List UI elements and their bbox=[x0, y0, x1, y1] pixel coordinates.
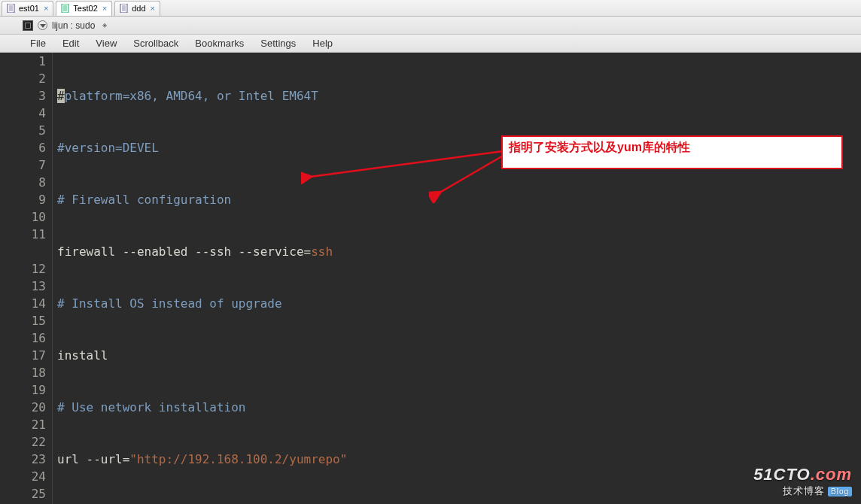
code-text: "http://192.168.100.2/yumrepo" bbox=[129, 452, 347, 466]
line-number: 3 bbox=[0, 87, 46, 105]
line-number: 20 bbox=[0, 399, 46, 416]
code-row: #platform=x86, AMD64, or Intel EM64T bbox=[57, 87, 861, 105]
line-number: 9 bbox=[0, 191, 46, 208]
expand-icon[interactable]: ◈ bbox=[102, 22, 107, 29]
file-tab-test02[interactable]: Test02 × bbox=[56, 1, 112, 16]
svg-line-4 bbox=[440, 155, 504, 193]
menu-help[interactable]: Help bbox=[305, 36, 340, 50]
line-number: 13 bbox=[0, 278, 46, 295]
file-tab-label: ddd bbox=[132, 4, 145, 13]
line-number: 25 bbox=[0, 485, 46, 502]
line-number: 5 bbox=[0, 122, 46, 139]
line-number-gutter: 1 2 3 4 5 6 7 8 9 10 11 12 13 14 15 16 1… bbox=[0, 53, 53, 504]
line-number: 22 bbox=[0, 433, 46, 451]
code-text: ssh bbox=[311, 244, 333, 259]
file-tab-est01[interactable]: est01 × bbox=[2, 1, 53, 16]
line-number: 8 bbox=[0, 174, 46, 191]
menu-bookmarks[interactable]: Bookmarks bbox=[187, 36, 251, 50]
window-title-strip: lijun : sudo ◈ bbox=[0, 17, 861, 35]
annotation-callout: 指明了安装方式以及yum库的特性 bbox=[501, 135, 843, 169]
line-number: 21 bbox=[0, 416, 46, 433]
line-number: 19 bbox=[0, 381, 46, 399]
menubar: File Edit View Scrollback Bookmarks Sett… bbox=[0, 35, 861, 53]
line-number: 11 bbox=[0, 226, 46, 243]
terminal-icon bbox=[23, 20, 33, 31]
close-icon[interactable]: × bbox=[151, 4, 155, 13]
menu-scrollback[interactable]: Scrollback bbox=[126, 36, 186, 50]
file-tab-ddd[interactable]: ddd × bbox=[114, 1, 160, 16]
code-text: url --url= bbox=[57, 452, 129, 466]
code-row: install bbox=[57, 347, 861, 364]
file-icon bbox=[120, 4, 129, 13]
window-title: lijun : sudo bbox=[52, 20, 95, 31]
code-area[interactable]: #platform=x86, AMD64, or Intel EM64T #ve… bbox=[53, 53, 861, 504]
line-number: 1 bbox=[0, 53, 46, 70]
menu-settings[interactable]: Settings bbox=[253, 36, 303, 50]
file-tab-bar: est01 × Test02 × ddd × bbox=[0, 0, 861, 17]
svg-rect-0 bbox=[8, 4, 14, 13]
svg-rect-1 bbox=[62, 4, 68, 13]
line-number: 10 bbox=[0, 208, 46, 226]
code-row: firewall --enabled --ssh --service=ssh bbox=[57, 243, 861, 260]
file-tab-label: est01 bbox=[19, 4, 39, 13]
cursor: # bbox=[57, 89, 65, 103]
file-icon bbox=[61, 4, 70, 13]
line-number: 4 bbox=[0, 105, 46, 122]
dropdown-icon[interactable] bbox=[38, 20, 47, 30]
code-text: platform=x86, AMD64, or Intel EM64T bbox=[65, 89, 318, 103]
line-number bbox=[0, 243, 46, 260]
line-number: 2 bbox=[0, 70, 46, 87]
line-number: 12 bbox=[0, 260, 46, 278]
code-row: url --url="http://192.168.100.2/yumrepo" bbox=[57, 451, 861, 468]
editor[interactable]: 1 2 3 4 5 6 7 8 9 10 11 12 13 14 15 16 1… bbox=[0, 53, 861, 504]
menu-file[interactable]: File bbox=[23, 36, 53, 50]
line-number: 6 bbox=[0, 139, 46, 156]
line-number: 18 bbox=[0, 364, 46, 381]
close-icon[interactable]: × bbox=[102, 4, 107, 13]
line-number: 15 bbox=[0, 312, 46, 329]
code-text: firewall --enabled --ssh --service= bbox=[57, 244, 311, 259]
code-row: # Use network installation bbox=[57, 399, 861, 416]
line-number: 7 bbox=[0, 156, 46, 174]
menu-edit[interactable]: Edit bbox=[55, 36, 87, 50]
line-number: 14 bbox=[0, 295, 46, 312]
svg-rect-2 bbox=[120, 4, 127, 13]
file-tab-label: Test02 bbox=[73, 4, 97, 13]
line-number: 17 bbox=[0, 347, 46, 364]
code-row: # Install OS instead of upgrade bbox=[57, 295, 861, 312]
file-icon bbox=[7, 4, 16, 13]
annotation-text: 指明了安装方式以及yum库的特性 bbox=[509, 141, 690, 153]
line-number: 24 bbox=[0, 468, 46, 485]
menu-view[interactable]: View bbox=[88, 36, 124, 50]
line-number: 16 bbox=[0, 329, 46, 347]
line-number: 23 bbox=[0, 451, 46, 468]
close-icon[interactable]: × bbox=[44, 4, 48, 13]
